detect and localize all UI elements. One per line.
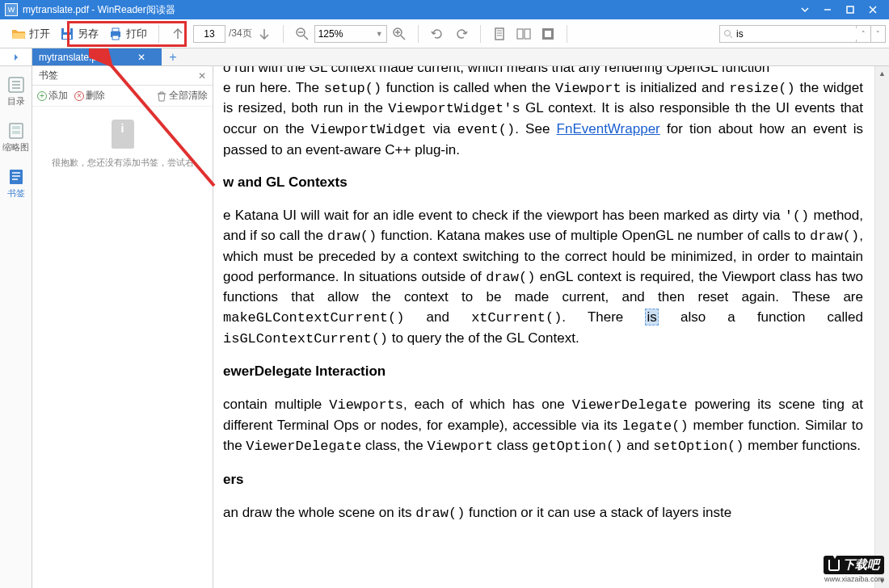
heading-gl-contexts: w and GL Contexts bbox=[223, 173, 863, 193]
tab-row: mytranslate.pdf ✕ + bbox=[0, 48, 889, 66]
page-single-icon bbox=[492, 27, 507, 41]
separator bbox=[480, 25, 481, 43]
zoom-out-button[interactable] bbox=[290, 23, 314, 45]
search-input[interactable] bbox=[736, 28, 857, 40]
svg-rect-9 bbox=[495, 28, 503, 40]
app-icon: W bbox=[5, 3, 18, 16]
svg-rect-6 bbox=[112, 36, 119, 40]
rail-toc-label: 目录 bbox=[7, 95, 25, 107]
heading-ers: ers bbox=[223, 470, 863, 490]
rail-bookmarks[interactable]: 书签 bbox=[0, 165, 32, 203]
close-icon[interactable] bbox=[862, 0, 884, 19]
print-button[interactable]: 打印 bbox=[103, 23, 152, 45]
zoom-out-icon bbox=[295, 27, 310, 41]
bookmark-add-button[interactable]: +添加 bbox=[37, 89, 68, 103]
panel-body: 很抱歉，您还没有添加书签，尝试右 bbox=[32, 107, 213, 588]
bookmark-empty-icon bbox=[112, 120, 134, 149]
main-area: 目录 缩略图 书签 书签 ✕ +添加 ×删除 全部清除 很抱歉，您还没有添加书签… bbox=[0, 66, 889, 588]
svg-rect-10 bbox=[517, 29, 523, 39]
x-icon: × bbox=[74, 91, 84, 101]
open-button[interactable]: 打开 bbox=[6, 23, 55, 45]
save-as-button[interactable]: 另存 bbox=[55, 23, 103, 45]
separator bbox=[418, 25, 419, 43]
new-tab-button[interactable]: + bbox=[162, 48, 184, 65]
rail-bookmark-label: 书签 bbox=[7, 187, 25, 200]
chevron-down-icon: ▼ bbox=[376, 30, 383, 38]
bookmark-clear-button[interactable]: 全部清除 bbox=[156, 89, 208, 103]
titlebar: W mytranslate.pdf - WinReader阅读器 bbox=[0, 0, 889, 19]
rotate-ccw-icon bbox=[430, 27, 444, 41]
panel-title: 书签 bbox=[39, 69, 58, 82]
zoom-value: 125% bbox=[318, 28, 343, 40]
print-label: 打印 bbox=[126, 27, 147, 41]
svg-rect-3 bbox=[63, 35, 71, 39]
tab-close-icon[interactable]: ✕ bbox=[137, 52, 145, 63]
bookmark-delete-button[interactable]: ×删除 bbox=[74, 89, 105, 103]
rotate-cw-icon bbox=[454, 27, 469, 41]
sidebar-collapse-button[interactable] bbox=[0, 48, 32, 66]
scroll-up-icon[interactable]: ▲ bbox=[875, 66, 889, 81]
dropdown-sys-icon[interactable] bbox=[794, 0, 816, 19]
svg-point-14 bbox=[725, 30, 731, 36]
panel-tools: +添加 ×删除 全部清除 bbox=[32, 86, 213, 107]
fullscreen-icon bbox=[541, 27, 555, 41]
page-double-icon bbox=[516, 27, 531, 41]
page-number-input[interactable] bbox=[193, 25, 225, 43]
panel-close-icon[interactable]: ✕ bbox=[198, 70, 206, 82]
svg-rect-18 bbox=[12, 131, 20, 134]
bookmark-empty-text: 很抱歉，您还没有添加书签，尝试右 bbox=[47, 157, 199, 169]
separator bbox=[567, 25, 567, 43]
search-prev-button[interactable]: ˄ bbox=[857, 25, 871, 43]
svg-rect-19 bbox=[10, 170, 23, 184]
separator bbox=[283, 25, 284, 43]
fullscreen-button[interactable] bbox=[536, 23, 560, 45]
plus-icon: + bbox=[37, 91, 47, 101]
folder-open-icon bbox=[11, 27, 26, 41]
page-total-label: /34页 bbox=[229, 27, 252, 40]
search-match-highlight: is bbox=[645, 309, 658, 326]
rail-thumbnails[interactable]: 缩略图 bbox=[0, 119, 32, 157]
svg-rect-11 bbox=[525, 29, 530, 39]
search-nav: ˄ ˅ bbox=[857, 25, 886, 43]
window-title: mytranslate.pdf - WinReader阅读器 bbox=[23, 3, 794, 17]
vertical-scrollbar[interactable]: ▲ ▼ bbox=[874, 66, 889, 588]
bookmarks-panel: 书签 ✕ +添加 ×删除 全部清除 很抱歉，您还没有添加书签，尝试右 bbox=[32, 66, 213, 588]
tab-label: mytranslate.pdf bbox=[39, 52, 105, 63]
maximize-icon[interactable] bbox=[839, 0, 862, 19]
rail-thumb-label: 缩略图 bbox=[2, 141, 29, 153]
arrow-up-icon bbox=[171, 27, 185, 41]
search-next-button[interactable]: ˅ bbox=[871, 25, 886, 43]
arrow-down-icon bbox=[257, 27, 272, 41]
separator bbox=[158, 25, 159, 43]
rotate-right-button[interactable] bbox=[449, 23, 474, 45]
document-view[interactable]: o run with the GL context made current, … bbox=[213, 66, 889, 588]
svg-rect-5 bbox=[112, 28, 119, 32]
view-single-button[interactable] bbox=[487, 23, 512, 45]
svg-rect-13 bbox=[545, 31, 551, 37]
svg-rect-2 bbox=[64, 28, 70, 32]
prev-page-button[interactable] bbox=[166, 23, 190, 45]
zoom-in-button[interactable] bbox=[387, 23, 411, 45]
document-tab[interactable]: mytranslate.pdf ✕ bbox=[32, 48, 162, 65]
toolbar: 打开 另存 打印 /34页 125% ▼ bbox=[0, 19, 889, 48]
link-fneventwrapper[interactable]: FnEventWrapper bbox=[557, 121, 660, 136]
save-label: 另存 bbox=[78, 27, 99, 41]
svg-rect-17 bbox=[12, 126, 20, 129]
minimize-icon[interactable] bbox=[816, 0, 839, 19]
search-icon bbox=[723, 29, 733, 39]
panel-header: 书签 ✕ bbox=[32, 66, 213, 86]
heading-viewerdelegate: ewerDelegate Interaction bbox=[223, 362, 863, 382]
save-icon bbox=[60, 27, 74, 41]
trash-icon bbox=[156, 90, 167, 102]
open-label: 打开 bbox=[29, 27, 50, 41]
scroll-down-icon[interactable]: ▼ bbox=[875, 573, 889, 588]
view-double-button[interactable] bbox=[512, 23, 536, 45]
next-page-button[interactable] bbox=[252, 23, 276, 45]
search-box[interactable] bbox=[719, 25, 857, 43]
zoom-dropdown[interactable]: 125% ▼ bbox=[314, 25, 387, 43]
rail-toc[interactable]: 目录 bbox=[0, 73, 32, 111]
rotate-left-button[interactable] bbox=[425, 23, 449, 45]
print-icon bbox=[108, 27, 123, 41]
document-content: o run with the GL context made current, … bbox=[213, 66, 873, 546]
svg-rect-0 bbox=[847, 6, 853, 13]
